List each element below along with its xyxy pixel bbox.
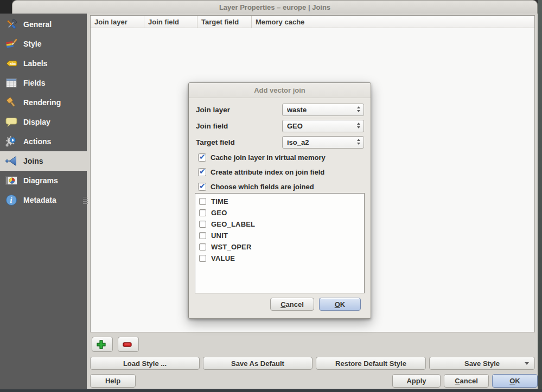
create-index-checkbox-row[interactable]: Create attribute index on join field [198, 167, 324, 177]
abc-tag-icon: abc [4, 56, 18, 70]
target-field-value: iso_a2 [287, 138, 309, 146]
spin-down-icon [357, 126, 360, 128]
minus-icon [122, 339, 136, 350]
choose-fields-checkbox-row[interactable]: Choose which fields are joined [198, 182, 314, 191]
join-field-combo[interactable]: GEO [282, 120, 364, 132]
remove-join-button[interactable] [118, 337, 139, 352]
field-name: VALUE [211, 254, 235, 262]
spin-down-icon [357, 110, 360, 112]
sidebar-item-style[interactable]: Style [0, 34, 87, 54]
sidebar-item-metadata[interactable]: i Metadata [0, 190, 87, 210]
ok-button[interactable]: OK [492, 374, 538, 388]
tools-icon [4, 17, 18, 31]
help-button[interactable]: Help [90, 374, 136, 388]
sidebar-item-fields[interactable]: Fields [0, 73, 87, 93]
join-layer-combo[interactable]: waste [282, 104, 364, 116]
dialog-titlebar[interactable]: Add vector join [189, 83, 371, 98]
add-vector-join-dialog: Add vector join Join layer waste Join fi… [188, 82, 371, 319]
save-as-default-label: Save As Default [231, 359, 284, 368]
window-border-right [538, 0, 542, 392]
spinner-icons [357, 106, 360, 112]
dialog-title: Add vector join [254, 86, 305, 94]
svg-text:i: i [10, 196, 12, 204]
sidebar-item-diagrams[interactable]: Diagrams [0, 171, 87, 190]
checkbox [199, 209, 206, 216]
spinner-icons [357, 139, 360, 145]
load-style-button[interactable]: Load Style ... [90, 357, 200, 370]
save-as-default-button[interactable]: Save As Default [203, 357, 313, 370]
sidebar-item-label: Style [23, 40, 41, 48]
target-field-label: Target field [196, 136, 235, 149]
ok-label: OK [509, 377, 520, 385]
pie-diagram-icon [4, 173, 18, 188]
window-border-bottom [0, 389, 542, 392]
cancel-button[interactable]: Cancel [444, 374, 489, 388]
attribute-table-icon [4, 76, 18, 90]
info-icon: i [4, 193, 18, 207]
plus-icon [95, 339, 110, 350]
desktop-corner [0, 0, 12, 14]
window-title: Layer Properties – europe | Joins [219, 3, 330, 11]
gear-action-icon [4, 134, 18, 149]
create-index-label: Create attribute index on join field [211, 168, 324, 176]
field-list-item[interactable]: GEO [195, 207, 364, 219]
field-name: TIME [211, 197, 228, 205]
save-style-button[interactable]: Save Style [429, 357, 535, 370]
join-field-value: GEO [287, 122, 303, 130]
save-style-label: Save Style [464, 359, 500, 368]
sidebar-item-labels[interactable]: abc Labels [0, 54, 87, 73]
sidebar-item-actions[interactable]: Actions [0, 132, 87, 151]
add-join-button[interactable] [92, 337, 113, 352]
field-list-item[interactable]: GEO_LABEL [195, 219, 364, 230]
restore-default-style-button[interactable]: Restore Default Style [316, 357, 426, 370]
column-header-memory-cache: Memory cache [251, 16, 534, 28]
field-list-item[interactable]: WST_OPER [195, 241, 364, 253]
choose-fields-label: Choose which fields are joined [211, 183, 314, 191]
dialog-ok-button[interactable]: OK [319, 298, 361, 311]
sidebar-item-label: Actions [23, 137, 51, 146]
checkbox [199, 243, 206, 250]
dialog-cancel-button[interactable]: Cancel [270, 298, 314, 311]
join-arrow-icon [4, 154, 18, 168]
splitter-grip[interactable] [83, 197, 88, 204]
sidebar-item-label: Metadata [23, 196, 56, 204]
rendering-brush-icon [4, 95, 18, 110]
sidebar: General Style abc [0, 14, 87, 389]
checkbox [199, 255, 206, 262]
window-titlebar[interactable]: Layer Properties – europe | Joins [12, 0, 538, 14]
spin-up-icon [357, 139, 360, 141]
sidebar-item-label: Diagrams [23, 176, 58, 185]
apply-button[interactable]: Apply [392, 374, 441, 388]
field-list-item[interactable]: VALUE [195, 253, 364, 264]
cache-join-checkbox-row[interactable]: Cache join layer in virtual memory [198, 152, 326, 162]
load-style-label: Load Style ... [123, 359, 167, 368]
column-header-target-field: Target field [197, 16, 251, 28]
target-field-combo[interactable]: iso_a2 [282, 136, 364, 149]
svg-text:abc: abc [10, 62, 16, 66]
layer-properties-window: Layer Properties – europe | Joins Genera… [0, 0, 542, 392]
sidebar-item-general[interactable]: General [0, 15, 87, 34]
join-field-label: Join field [196, 120, 228, 132]
apply-label: Apply [406, 377, 426, 385]
field-list-item[interactable]: UNIT [195, 230, 364, 241]
field-name: GEO [211, 209, 227, 217]
spinner-icons [357, 123, 360, 128]
sidebar-item-rendering[interactable]: Rendering [0, 93, 87, 112]
paintbrush-icon [4, 37, 18, 51]
joins-table-header: Join layer Join field Target field Memor… [91, 16, 534, 28]
sidebar-item-label: Joins [23, 157, 43, 165]
column-header-join-layer: Join layer [91, 16, 144, 28]
spin-up-icon [357, 123, 360, 125]
checkbox [198, 183, 206, 191]
field-list-item[interactable]: TIME [195, 196, 364, 207]
spin-up-icon [357, 106, 360, 108]
joined-fields-list: TIME GEO GEO_LABEL UNIT WST_OPER VALUE [195, 193, 365, 293]
help-label: Help [105, 377, 120, 385]
restore-default-style-label: Restore Default Style [335, 359, 406, 368]
cancel-label: Cancel [455, 377, 478, 385]
column-header-join-field: Join field [144, 16, 197, 28]
checkbox [199, 221, 206, 228]
sidebar-item-display[interactable]: Display [0, 112, 87, 132]
sidebar-item-joins[interactable]: Joins [0, 151, 87, 171]
checkbox [199, 232, 206, 239]
